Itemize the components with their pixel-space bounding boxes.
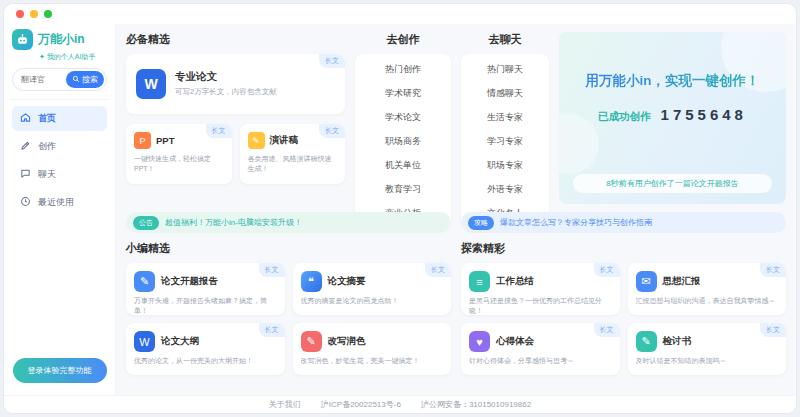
promo-stat-label: 已成功创作 <box>598 110 651 124</box>
featured-section: 必备精选 长文 W 专业论文 可写2万字长文，内容包含文献 长文 <box>126 32 345 204</box>
sidebar-item-label: 聊天 <box>38 168 56 181</box>
promo-banner: 用万能小in，实现一键创作！ 已成功创作 1755648 8秒前有用户创作了一篇… <box>559 32 786 204</box>
guide-banner[interactable]: 攻略 爆款文章怎么写？专家分享技巧与创作指南 <box>461 212 786 233</box>
longform-badge: 长文 <box>206 124 232 138</box>
promo-stat-counter: 1755648 <box>661 106 747 123</box>
robot-logo-icon <box>12 29 33 50</box>
close-window-button[interactable] <box>16 10 24 18</box>
app-name: 万能小in <box>38 31 85 48</box>
chat-category[interactable]: 热门聊天 <box>461 57 549 81</box>
sidebar-item-create[interactable]: 创作 <box>12 134 107 159</box>
create-category[interactable]: 热门创作 <box>355 57 451 81</box>
card-title: 论文开题报告 <box>161 275 218 288</box>
app-tagline: ✦ 我的个人AI助手 <box>39 52 107 62</box>
card-title: PPT <box>156 135 174 146</box>
heart-icon: ♥ <box>469 331 490 352</box>
create-category[interactable]: 职场商务 <box>355 129 451 153</box>
speech-pen-icon: ✎ <box>248 132 265 149</box>
featured-card-paper[interactable]: 长文 W 专业论文 可写2万字长文，内容包含文献 <box>126 54 345 114</box>
card-desc: 是黑马还是摸鱼？一份优秀的工作总结见分晓！ <box>469 296 612 316</box>
card-desc: 优秀的论文，从一份完美的大纲开始！ <box>134 356 277 366</box>
card-desc: 汇报思想与组织的沟通，表达自我真挚情感～ <box>636 296 779 306</box>
longform-badge: 长文 <box>594 323 620 337</box>
brush-icon: ✎ <box>301 331 322 352</box>
card-desc: 针对心得体会，分享感悟与思考～ <box>469 356 612 366</box>
section-title-chat: 去聊天 <box>461 32 549 47</box>
chat-category[interactable]: 情感聊天 <box>461 81 549 105</box>
tool-card-outline[interactable]: 长文 W 论文大纲 优秀的论文，从一份完美的大纲开始！ <box>126 323 285 375</box>
envelope-icon: ✉ <box>636 271 657 292</box>
search-button[interactable]: 搜索 <box>66 71 104 88</box>
guide-text: 爆款文章怎么写？专家分享技巧与创作指南 <box>500 217 652 228</box>
editor-picks-section: 小编精选 长文 ✎ 论文开题报告 万事开头难，开题报告头绪如麻？搞定，简单！ 长… <box>126 241 451 389</box>
footer-about-link[interactable]: 关于我们 <box>269 399 301 410</box>
card-title: 思想汇报 <box>663 275 701 288</box>
longform-badge: 长文 <box>259 263 285 277</box>
chat-category[interactable]: 学习专家 <box>461 129 549 153</box>
word-doc-icon: W <box>136 69 166 99</box>
word-doc-icon: W <box>134 331 155 352</box>
card-title: 心得体会 <box>496 335 534 348</box>
longform-badge: 长文 <box>259 323 285 337</box>
section-title-featured: 必备精选 <box>126 32 345 47</box>
card-desc: 及时认错是不知错的表现吗～ <box>636 356 779 366</box>
tool-card-abstract[interactable]: 长文 ❝ 论文摘要 优秀的摘要是论文的画龙点睛！ <box>293 263 452 315</box>
create-category[interactable]: 学术研究 <box>355 81 451 105</box>
sidebar-item-label: 首页 <box>38 112 56 125</box>
sidebar-item-chat[interactable]: 聊天 <box>12 162 107 187</box>
pen-icon: ✎ <box>636 331 657 352</box>
footer-police-link[interactable]: 沪公网安备：31015010919862 <box>421 399 531 410</box>
longform-badge: 长文 <box>760 263 786 277</box>
chat-section: 去聊天 热门聊天 情感聊天 生活专家 学习专家 职场专家 外语专家 文化名人 <box>461 32 549 204</box>
longform-badge: 长文 <box>319 54 345 68</box>
card-title: 论文大纲 <box>161 335 199 348</box>
featured-card-speech[interactable]: 长文 ✎ 演讲稿 各类用途、风格演讲稿快速生成！ <box>240 124 346 184</box>
sidebar-item-home[interactable]: 首页 <box>12 106 107 131</box>
chat-category[interactable]: 生活专家 <box>461 105 549 129</box>
chat-category-list: 热门聊天 情感聊天 生活专家 学习专家 职场专家 外语专家 文化名人 <box>461 54 549 228</box>
longform-badge: 长文 <box>319 124 345 138</box>
login-button[interactable]: 登录体验完整功能 <box>13 358 107 383</box>
create-category[interactable]: 学术论文 <box>355 105 451 129</box>
ppt-icon: P <box>134 132 151 149</box>
section-title-editor-picks: 小编精选 <box>126 241 451 256</box>
tool-card-reflections[interactable]: 长文 ♥ 心得体会 针对心得体会，分享感悟与思考～ <box>461 323 620 375</box>
featured-card-ppt[interactable]: 长文 P PPT 一键快速生成，轻松搞定PPT！ <box>126 124 232 184</box>
summary-list-icon: ≡ <box>469 271 490 292</box>
sidebar-item-label: 创作 <box>38 140 56 153</box>
tool-card-thought-report[interactable]: 长文 ✉ 思想汇报 汇报思想与组织的沟通，表达自我真挚情感～ <box>628 263 787 315</box>
sidebar-item-label: 最近使用 <box>38 196 74 209</box>
search-button-label: 搜索 <box>82 74 98 85</box>
chat-category[interactable]: 外语专家 <box>461 177 549 201</box>
create-category[interactable]: 教育学习 <box>355 177 451 201</box>
tool-card-polish[interactable]: ✎ 改写润色 改写润色，妙笔生花，完美一键搞定！ <box>293 323 452 375</box>
sidebar-item-recent[interactable]: 最近使用 <box>12 190 107 215</box>
longform-badge: 长文 <box>760 323 786 337</box>
chat-category[interactable]: 职场专家 <box>461 153 549 177</box>
sidebar: 万能小in ✦ 我的个人AI助手 搜索 首页 创作 <box>4 24 116 395</box>
card-title: 检讨书 <box>663 335 692 348</box>
tool-card-self-criticism[interactable]: 长文 ✎ 检讨书 及时认错是不知错的表现吗～ <box>628 323 787 375</box>
search-input[interactable] <box>15 75 66 84</box>
minimize-window-button[interactable] <box>30 10 38 18</box>
home-icon <box>20 112 31 125</box>
announcement-badge: 公告 <box>133 216 159 230</box>
pencil-icon <box>20 140 31 153</box>
card-title: 论文摘要 <box>328 275 366 288</box>
card-title: 演讲稿 <box>270 134 299 147</box>
tool-card-thesis-proposal[interactable]: 长文 ✎ 论文开题报告 万事开头难，开题报告头绪如麻？搞定，简单！ <box>126 263 285 315</box>
footer-icp-link[interactable]: 沪ICP备20022513号-6 <box>321 399 401 410</box>
explore-section: 探索精彩 长文 ≡ 工作总结 是黑马还是摸鱼？一份优秀的工作总结见分晓！ 长文 <box>461 241 786 389</box>
create-category[interactable]: 机关单位 <box>355 153 451 177</box>
chat-bubble-icon <box>20 168 31 181</box>
footer: 关于我们 沪ICP备20022513号-6 沪公网安备：310150109198… <box>4 395 796 413</box>
search-icon <box>72 75 80 85</box>
card-desc: 改写润色，妙笔生花，完美一键搞定！ <box>301 356 444 366</box>
card-title: 改写润色 <box>328 335 366 348</box>
card-desc: 万事开头难，开题报告头绪如麻？搞定，简单！ <box>134 296 277 316</box>
card-title: 专业论文 <box>175 70 277 84</box>
announcement-banner[interactable]: 公告 超值福利！万能小in-电脑端安装升级！ <box>126 212 451 233</box>
tool-card-work-summary[interactable]: 长文 ≡ 工作总结 是黑马还是摸鱼？一份优秀的工作总结见分晓！ <box>461 263 620 315</box>
maximize-window-button[interactable] <box>44 10 52 18</box>
promo-live-ticker: 8秒前有用户创作了一篇论文开题报告 <box>573 174 772 193</box>
